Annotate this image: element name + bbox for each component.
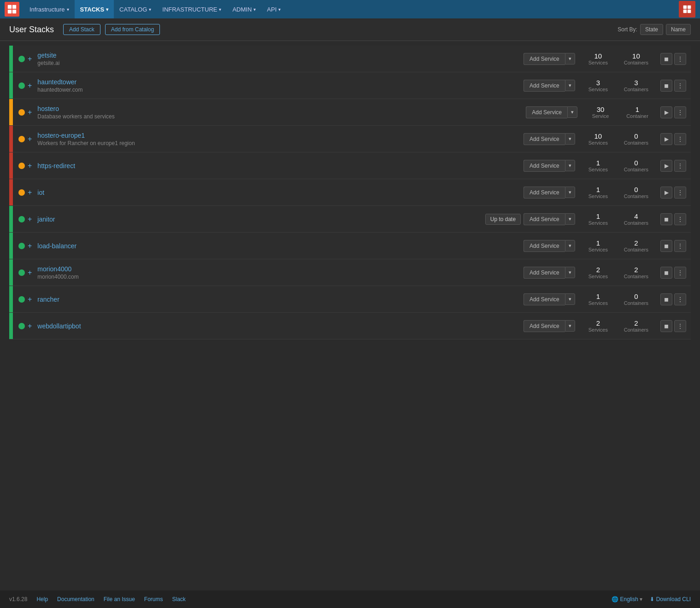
- stop-icon[interactable]: ◼: [660, 80, 672, 92]
- add-service-button[interactable]: Add Service: [524, 160, 565, 172]
- add-service-button[interactable]: Add Service: [524, 240, 565, 252]
- stack-name[interactable]: morion4000: [37, 265, 519, 273]
- stop-icon[interactable]: ◼: [660, 293, 672, 305]
- brand-logo[interactable]: [5, 2, 19, 17]
- documentation-link[interactable]: Documentation: [57, 596, 94, 602]
- nav-stacks[interactable]: STACKS ▾: [75, 0, 114, 18]
- stack-info: rancher: [37, 292, 519, 307]
- menu-icon[interactable]: ⋮: [674, 267, 686, 279]
- add-service-caret-button[interactable]: ▾: [565, 293, 575, 305]
- stack-name[interactable]: rancher: [37, 296, 519, 303]
- stack-name[interactable]: load-balancer: [37, 242, 519, 250]
- add-service-caret-button[interactable]: ▾: [565, 53, 575, 64]
- containers-count: 0: [624, 292, 648, 300]
- add-from-catalog-button[interactable]: Add from Catalog: [105, 24, 160, 35]
- expand-icon[interactable]: +: [28, 269, 32, 277]
- stop-icon[interactable]: ◼: [660, 267, 672, 279]
- expand-icon[interactable]: +: [28, 242, 32, 250]
- user-avatar[interactable]: [679, 1, 695, 18]
- stack-name[interactable]: getsite: [37, 52, 519, 59]
- expand-icon[interactable]: +: [28, 215, 32, 223]
- help-link[interactable]: Help: [36, 596, 48, 602]
- stop-icon[interactable]: ◼: [660, 53, 672, 65]
- services-count: 1: [587, 239, 609, 247]
- menu-icon[interactable]: ⋮: [674, 53, 686, 65]
- add-service-button[interactable]: Add Service: [524, 53, 565, 65]
- nav-catalog[interactable]: CATALOG ▾: [114, 0, 157, 18]
- add-service-button[interactable]: Add Service: [526, 106, 567, 118]
- add-service-button[interactable]: Add Service: [524, 267, 565, 279]
- menu-icon[interactable]: ⋮: [674, 293, 686, 305]
- play-icon[interactable]: ▶: [660, 133, 672, 145]
- expand-icon[interactable]: +: [28, 108, 32, 117]
- expand-icon[interactable]: +: [28, 135, 32, 143]
- sort-name-button[interactable]: Name: [666, 24, 691, 35]
- menu-icon[interactable]: ⋮: [674, 320, 686, 332]
- containers-label: Container: [626, 113, 648, 119]
- nav-api[interactable]: API ▾: [261, 0, 286, 18]
- menu-icon[interactable]: ⋮: [674, 80, 686, 92]
- stack-stats: 10 Services 0 Containers: [580, 132, 656, 146]
- menu-icon[interactable]: ⋮: [674, 187, 686, 199]
- add-service-button[interactable]: Add Service: [524, 187, 565, 199]
- add-service-caret-button[interactable]: ▾: [565, 187, 575, 198]
- stack-name[interactable]: iot: [37, 189, 519, 196]
- add-service-caret-button[interactable]: ▾: [565, 133, 575, 145]
- expand-icon[interactable]: +: [28, 162, 32, 170]
- nav-infrastructure[interactable]: Infrastructure ▾: [24, 0, 75, 18]
- status-dot: [18, 109, 25, 116]
- containers-count: 2: [624, 239, 648, 247]
- services-count: 10: [587, 52, 609, 60]
- expand-icon[interactable]: +: [28, 188, 32, 197]
- nav-admin[interactable]: ADMIN ▾: [227, 0, 261, 18]
- play-icon[interactable]: ▶: [660, 187, 672, 199]
- nav-infrastructure2[interactable]: INFRASTRUCTURE ▾: [157, 0, 227, 18]
- add-service-caret-button[interactable]: ▾: [565, 267, 575, 278]
- expand-icon[interactable]: +: [28, 322, 32, 330]
- stack-desc: Workers for Rancher on europe1 region: [37, 140, 519, 146]
- stack-name[interactable]: janitor: [37, 216, 480, 223]
- play-icon[interactable]: ▶: [660, 106, 672, 118]
- expand-icon[interactable]: +: [28, 82, 32, 90]
- download-cli-link[interactable]: ⬇ Download CLI: [650, 596, 691, 602]
- stack-name[interactable]: https-redirect: [37, 162, 519, 170]
- menu-icon[interactable]: ⋮: [674, 240, 686, 252]
- menu-icon[interactable]: ⋮: [674, 213, 686, 225]
- stop-icon[interactable]: ◼: [660, 240, 672, 252]
- add-service-caret-button[interactable]: ▾: [567, 106, 577, 118]
- add-service-button[interactable]: Add Service: [524, 80, 565, 92]
- file-issue-link[interactable]: File an Issue: [104, 596, 135, 602]
- add-service-caret-button[interactable]: ▾: [565, 213, 575, 225]
- play-icon[interactable]: ▶: [660, 160, 672, 172]
- containers-stat: 3 Containers: [617, 79, 656, 92]
- menu-icon[interactable]: ⋮: [674, 160, 686, 172]
- stack-row: + webdollartipbot Add Service ▾ 2 Servic…: [9, 313, 691, 339]
- add-service-button[interactable]: Add Service: [524, 320, 565, 332]
- expand-icon[interactable]: +: [28, 295, 32, 304]
- stop-icon[interactable]: ◼: [660, 213, 672, 225]
- sort-state-button[interactable]: State: [640, 24, 663, 35]
- download-icon: ⬇: [650, 596, 656, 602]
- expand-icon[interactable]: +: [28, 55, 32, 63]
- stack-actions: Add Service ▾: [519, 240, 580, 252]
- add-service-caret-button[interactable]: ▾: [565, 320, 575, 332]
- menu-icon[interactable]: ⋮: [674, 133, 686, 145]
- language-selector[interactable]: 🌐 English ▾: [612, 596, 642, 602]
- add-stack-button[interactable]: Add Stack: [63, 24, 100, 35]
- add-service-caret-button[interactable]: ▾: [565, 80, 575, 91]
- stack-name[interactable]: hostero: [37, 105, 521, 112]
- stack-name[interactable]: hauntedtower: [37, 78, 519, 86]
- containers-count: 4: [624, 212, 648, 220]
- stack-stats: 1 Services 2 Containers: [580, 239, 656, 252]
- forums-link[interactable]: Forums: [144, 596, 163, 602]
- stop-icon[interactable]: ◼: [660, 320, 672, 332]
- add-service-caret-button[interactable]: ▾: [565, 240, 575, 251]
- stack-name[interactable]: webdollartipbot: [37, 322, 519, 330]
- slack-link[interactable]: Slack: [172, 596, 186, 602]
- add-service-button[interactable]: Add Service: [524, 293, 565, 305]
- stack-name[interactable]: hostero-europe1: [37, 132, 519, 139]
- menu-icon[interactable]: ⋮: [674, 106, 686, 118]
- add-service-button[interactable]: Add Service: [524, 133, 565, 145]
- add-service-button[interactable]: Add Service: [524, 213, 565, 225]
- add-service-caret-button[interactable]: ▾: [565, 160, 575, 171]
